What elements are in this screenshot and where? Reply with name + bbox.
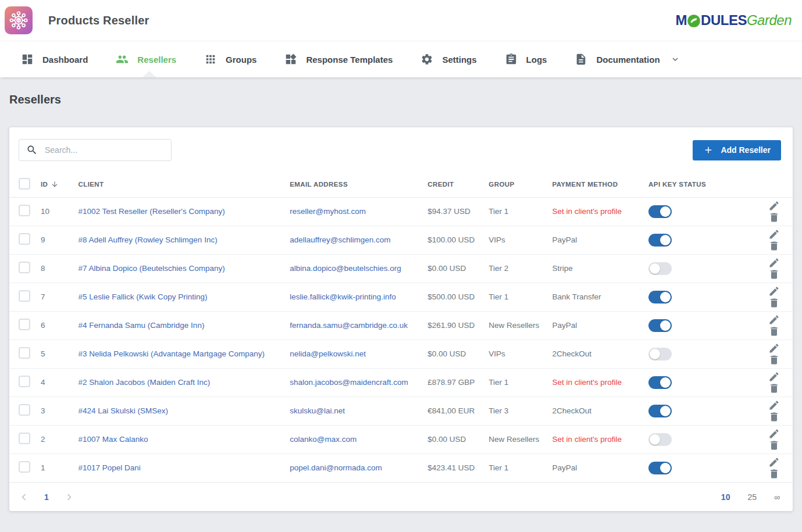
- previous-page-button[interactable]: [17, 491, 30, 504]
- row-checkbox[interactable]: [19, 205, 30, 216]
- edit-icon[interactable]: [768, 371, 780, 383]
- group-value: Tier 1: [489, 207, 508, 216]
- email-link[interactable]: adellauffrey@schlimgen.com: [290, 235, 390, 244]
- delete-icon[interactable]: [768, 326, 780, 337]
- api-key-toggle[interactable]: [648, 376, 672, 389]
- table-row: 8 #7 Albina Dopico (Beutelschies Company…: [9, 254, 793, 283]
- client-link[interactable]: #3 Nelida Pelkowski (Advantage Martgage …: [79, 349, 265, 358]
- page-size-10[interactable]: 10: [721, 492, 730, 502]
- delete-icon[interactable]: [768, 468, 780, 480]
- api-key-toggle[interactable]: [648, 205, 672, 218]
- next-page-button[interactable]: [63, 491, 76, 504]
- nav-item-documentation[interactable]: Documentation: [561, 41, 694, 77]
- payment-method-value: 2CheckOut: [552, 406, 591, 415]
- api-key-toggle[interactable]: [648, 291, 672, 304]
- api-key-toggle[interactable]: [648, 234, 672, 247]
- client-link[interactable]: #4 Fernanda Samu (Cambridge Inn): [79, 321, 205, 330]
- row-checkbox[interactable]: [19, 433, 30, 444]
- nav-item-resellers[interactable]: Resellers: [102, 41, 190, 77]
- api-key-toggle[interactable]: [648, 433, 672, 446]
- row-checkbox[interactable]: [19, 461, 30, 473]
- row-checkbox[interactable]: [19, 233, 30, 245]
- email-link[interactable]: reseller@myhost.com: [290, 207, 366, 216]
- nav-item-response-templates[interactable]: Response Templates: [270, 41, 407, 77]
- page-title: Resellers: [9, 77, 793, 106]
- edit-icon[interactable]: [768, 228, 780, 240]
- toggle-knob: [660, 292, 671, 302]
- toggle-knob: [660, 377, 671, 388]
- nav-item-settings[interactable]: Settings: [407, 41, 490, 77]
- edit-icon[interactable]: [768, 342, 780, 354]
- client-link[interactable]: #1017 Popel Dani: [79, 463, 141, 472]
- client-link[interactable]: #7 Albina Dopico (Beutelschies Company): [79, 264, 225, 273]
- delete-icon[interactable]: [768, 354, 780, 366]
- client-link[interactable]: #1002 Test Reseller (Reseller's Company): [79, 207, 225, 216]
- search-box: [19, 139, 172, 161]
- clipboard-icon: [505, 53, 518, 66]
- group-value: New Resellers: [489, 435, 539, 444]
- email-link[interactable]: albina.dopico@beutelschies.org: [290, 264, 401, 273]
- reseller-id: 2: [41, 435, 45, 444]
- nav-label: Dashboard: [42, 55, 88, 65]
- credit-value: $0.00 USD: [427, 435, 466, 444]
- email-link[interactable]: leslie.fallick@kwik-printing.info: [290, 292, 396, 301]
- table-row: 1 #1017 Popel Dani popel.dani@normada.co…: [9, 454, 793, 482]
- edit-icon[interactable]: [768, 314, 780, 326]
- client-link[interactable]: #8 Adell Auffrey (Rowley Schlimgen Inc): [79, 235, 218, 244]
- credit-value: $100.00 USD: [427, 235, 475, 244]
- api-key-toggle[interactable]: [648, 262, 672, 275]
- api-key-toggle[interactable]: [648, 348, 672, 360]
- group-value: Tier 1: [489, 378, 508, 387]
- delete-icon[interactable]: [768, 383, 780, 394]
- nav-label: Response Templates: [306, 55, 393, 65]
- row-checkbox[interactable]: [19, 319, 30, 330]
- client-link[interactable]: #5 Leslie Fallick (Kwik Copy Printing): [79, 292, 208, 301]
- row-checkbox[interactable]: [19, 404, 30, 416]
- delete-icon[interactable]: [768, 240, 780, 252]
- client-link[interactable]: #424 Lai Skulski (SMSex): [79, 406, 169, 415]
- client-link[interactable]: #2 Shalon Jacobos (Maiden Craft Inc): [79, 378, 211, 387]
- email-link[interactable]: popel.dani@normada.com: [290, 463, 382, 472]
- client-link[interactable]: #1007 Max Calanko: [79, 435, 148, 444]
- edit-icon[interactable]: [768, 399, 780, 411]
- email-link[interactable]: fernanda.samu@cambridge.co.uk: [290, 321, 408, 330]
- nav-item-logs[interactable]: Logs: [491, 41, 561, 77]
- nav-label: Settings: [442, 55, 476, 65]
- api-key-toggle[interactable]: [648, 405, 672, 417]
- delete-icon[interactable]: [768, 411, 780, 423]
- row-checkbox[interactable]: [19, 290, 30, 302]
- page-size-all[interactable]: ∞: [774, 492, 780, 502]
- edit-icon[interactable]: [768, 257, 780, 269]
- group-value: VIPs: [489, 349, 505, 358]
- delete-icon[interactable]: [768, 212, 780, 223]
- delete-icon[interactable]: [768, 440, 780, 451]
- group-value: Tier 1: [489, 463, 508, 472]
- nav-item-dashboard[interactable]: Dashboard: [7, 41, 102, 77]
- row-checkbox[interactable]: [19, 262, 30, 273]
- email-link[interactable]: skulsku@lai.net: [290, 406, 345, 415]
- email-link[interactable]: colanko@max.com: [290, 435, 357, 444]
- sort-by-id[interactable]: ID: [41, 180, 59, 188]
- search-input[interactable]: [45, 145, 164, 155]
- add-reseller-button[interactable]: Add Reseller: [693, 140, 781, 160]
- row-checkbox[interactable]: [19, 376, 30, 387]
- api-key-toggle[interactable]: [648, 319, 672, 332]
- nav-label: Documentation: [596, 55, 660, 65]
- nav-item-groups[interactable]: Groups: [190, 41, 270, 77]
- table-row: 6 #4 Fernanda Samu (Cambridge Inn) ferna…: [9, 311, 793, 340]
- page-number[interactable]: 1: [35, 492, 58, 502]
- credit-value: $0.00 USD: [427, 349, 466, 358]
- api-key-toggle[interactable]: [648, 462, 672, 474]
- page-size-25[interactable]: 25: [747, 492, 757, 502]
- delete-icon[interactable]: [768, 297, 780, 309]
- email-link[interactable]: nelida@pelkowski.net: [290, 349, 366, 358]
- email-link[interactable]: shalon.jacobos@maidencraft.com: [290, 378, 408, 387]
- row-checkbox[interactable]: [19, 347, 30, 359]
- edit-icon[interactable]: [768, 200, 780, 212]
- edit-icon[interactable]: [768, 285, 780, 297]
- delete-icon[interactable]: [768, 269, 780, 280]
- payment-method-value: Stripe: [552, 264, 572, 273]
- edit-icon[interactable]: [768, 456, 780, 468]
- select-all-checkbox[interactable]: [19, 178, 30, 190]
- edit-icon[interactable]: [768, 428, 780, 440]
